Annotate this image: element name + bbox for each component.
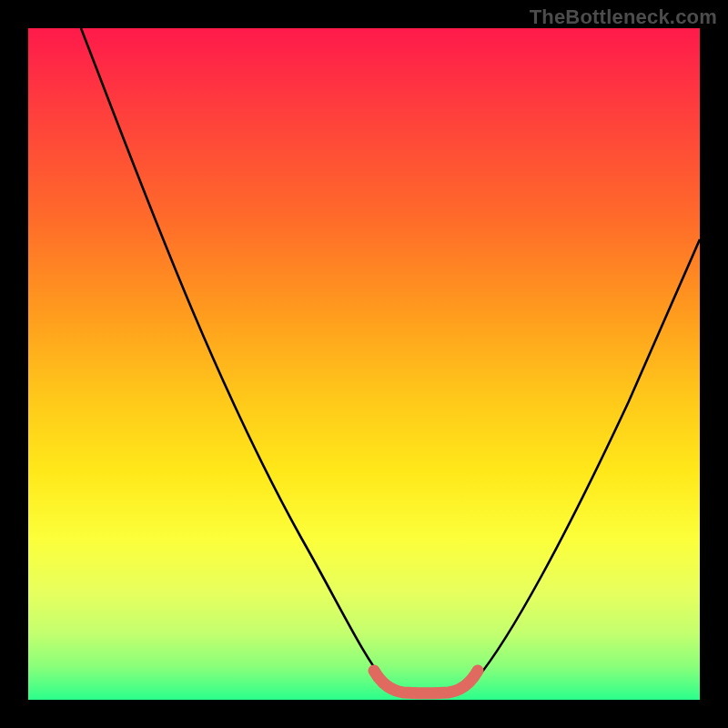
chart-frame: TheBottleneck.com	[0, 0, 728, 728]
plot-area	[28, 28, 700, 700]
optimum-band-path	[374, 671, 478, 693]
bottleneck-curve	[28, 28, 700, 700]
curve-path	[81, 28, 700, 693]
watermark-text: TheBottleneck.com	[530, 5, 717, 29]
